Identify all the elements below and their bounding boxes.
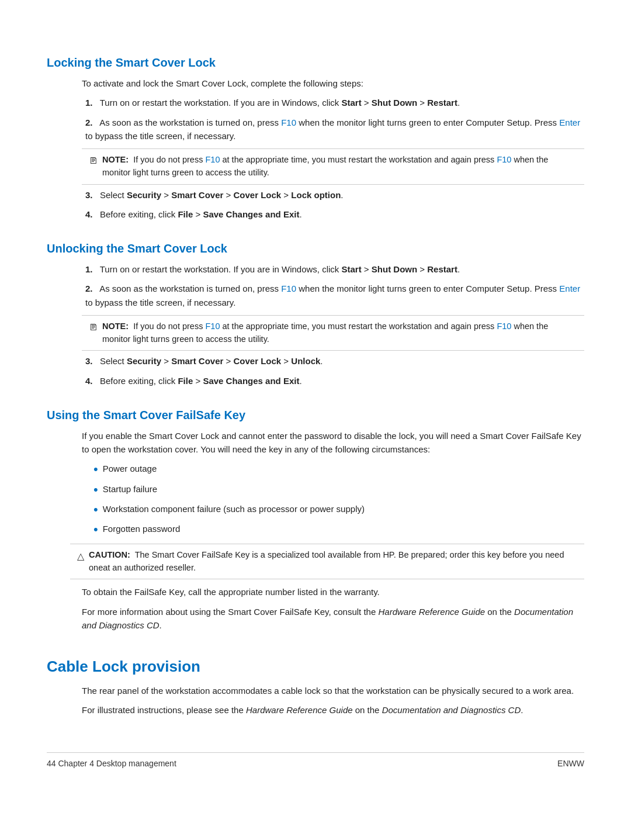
failsafe-ref1: Hardware Reference Guide: [378, 607, 485, 617]
locking-note: 🖹 NOTE: If you do not press F10 at the a…: [82, 148, 584, 185]
locking-intro: To activate and lock the Smart Cover Loc…: [82, 77, 584, 90]
key-f10-u: F10: [281, 284, 296, 293]
bullet-icon-4: •: [93, 522, 98, 537]
key-f10: F10: [281, 117, 296, 127]
failsafe-para2: For more information about using the Sma…: [82, 605, 584, 632]
note-text-2: NOTE: If you do not press F10 at the app…: [102, 320, 577, 346]
heading-cable-lock: Cable Lock provision: [47, 658, 584, 676]
bullet-icon-1: •: [93, 462, 98, 477]
unlocking-step-4: 4. Before exiting, click File > Save Cha…: [82, 374, 584, 388]
cable-lock-ref1: Hardware Reference Guide: [246, 705, 353, 715]
note-text: NOTE: If you do not press F10 at the app…: [102, 154, 577, 179]
bullet-component: • Workstation component failure (such as…: [93, 502, 584, 517]
heading-failsafe: Using the Smart Cover FailSafe Key: [47, 409, 584, 422]
cable-lock-para2: For illustrated instructions, please see…: [82, 703, 584, 717]
page-footer: 44 Chapter 4 Desktop management ENWW: [47, 752, 584, 768]
caution-text: CAUTION: The Smart Cover FailSafe Key is…: [89, 549, 577, 575]
locking-step-3: 3. Select Security > Smart Cover > Cover…: [82, 188, 584, 202]
bullet-icon-3: •: [93, 502, 98, 517]
locking-steps-1: 1. Turn on or restart the workstation. I…: [82, 96, 584, 143]
footer-left: 44 Chapter 4 Desktop management: [47, 759, 176, 768]
caution-icon: △: [77, 549, 84, 564]
bullet-startup: • Startup failure: [93, 482, 584, 497]
heading-unlocking: Unlocking the Smart Cover Lock: [47, 242, 584, 255]
failsafe-intro: If you enable the Smart Cover Lock and c…: [82, 429, 584, 457]
unlocking-steps-2: 3. Select Security > Smart Cover > Cover…: [82, 354, 584, 388]
key-enter-u: Enter: [559, 284, 580, 293]
locking-step-2: 2. As soon as the workstation is turned …: [82, 116, 584, 143]
locking-step-4: 4. Before exiting, click File > Save Cha…: [82, 208, 584, 221]
key-enter: Enter: [559, 117, 580, 127]
heading-locking: Locking the Smart Cover Lock: [47, 56, 584, 70]
failsafe-para1: To obtain the FailSafe Key, call the app…: [82, 585, 584, 599]
bullet-icon-2: •: [93, 482, 98, 497]
footer-right: ENWW: [557, 759, 584, 768]
unlocking-step-3: 3. Select Security > Smart Cover > Cover…: [82, 354, 584, 368]
note-icon-2: 🖹: [89, 321, 98, 334]
failsafe-bullets: • Power outage • Startup failure • Works…: [93, 462, 584, 538]
bullet-password: • Forgotten password: [93, 522, 584, 537]
failsafe-ref2: Documentation and Diagnostics CD: [82, 607, 573, 630]
unlocking-step-2: 2. As soon as the workstation is turned …: [82, 282, 584, 309]
unlocking-steps-1: 1. Turn on or restart the workstation. I…: [82, 262, 584, 309]
note-icon: 🖹: [89, 154, 98, 168]
locking-steps-2: 3. Select Security > Smart Cover > Cover…: [82, 188, 584, 222]
caution-box: △ CAUTION: The Smart Cover FailSafe Key …: [70, 544, 584, 580]
cable-lock-para1: The rear panel of the workstation accomm…: [82, 684, 584, 697]
locking-step-1: 1. Turn on or restart the workstation. I…: [82, 96, 584, 109]
unlocking-note: 🖹 NOTE: If you do not press F10 at the a…: [82, 315, 584, 351]
unlocking-step-1: 1. Turn on or restart the workstation. I…: [82, 262, 584, 276]
bullet-power: • Power outage: [93, 462, 584, 477]
cable-lock-ref2: Documentation and Diagnostics CD: [382, 705, 521, 715]
